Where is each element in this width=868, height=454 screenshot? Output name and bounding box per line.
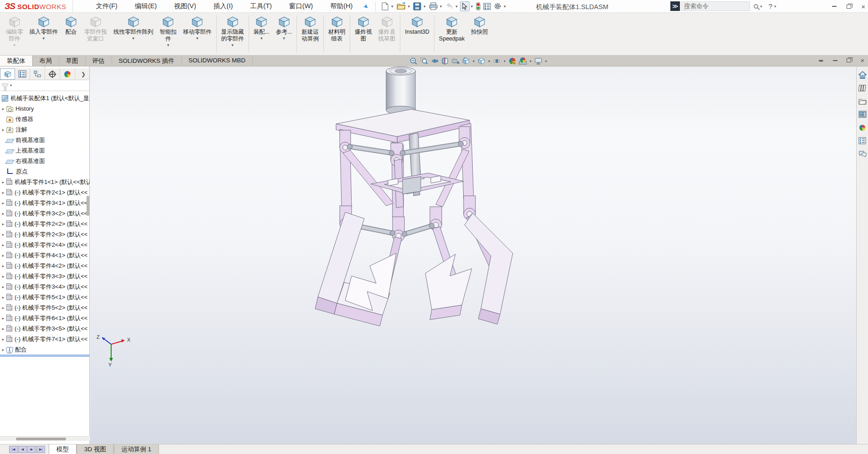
apply-scene-icon[interactable]	[518, 56, 527, 66]
rollback-bar[interactable]	[0, 355, 90, 357]
document-close-icon[interactable]: ×	[860, 56, 864, 64]
select-cursor-icon[interactable]	[460, 1, 470, 11]
ribbon-button[interactable]: Instant3D	[402, 15, 433, 41]
expand-arrow-icon[interactable]: ▸	[0, 201, 6, 205]
save-icon[interactable]	[412, 1, 422, 11]
tree-item[interactable]: ▸ (-) 机械手零件4<1> (默认<<	[0, 250, 90, 260]
tree-item[interactable]: 上视基准面	[0, 145, 90, 156]
tree-item[interactable]: ▸ (-) 机械手零件4<2> (默认<<	[0, 260, 90, 271]
home-icon[interactable]	[858, 70, 867, 79]
zoom-fit-icon[interactable]	[409, 56, 418, 66]
tree-item[interactable]: ▸ (-) 机械手零件2<3> (默认<<	[0, 229, 90, 240]
ribbon-button[interactable]: 爆炸视 图	[352, 15, 375, 47]
tree-item[interactable]: ▸ (-) 机械手零件3<1> (默认<<	[0, 198, 90, 208]
expand-arrow-icon[interactable]: ▸	[0, 180, 6, 184]
tree-item[interactable]: ▸ (-) 机械手零件5<2> (默认<<	[0, 302, 90, 313]
tree-item[interactable]: ▸ (-) 机械手零件2<2> (默认<<	[0, 219, 90, 229]
design-library-icon[interactable]	[858, 83, 867, 92]
ribbon-button[interactable]: 更新 Speedpak	[436, 15, 468, 47]
scrollbar-thumb[interactable]	[16, 438, 66, 440]
panel-horizontal-scrollbar[interactable]	[0, 436, 90, 441]
section-view-icon[interactable]	[440, 56, 449, 66]
annotation-view-icon[interactable]: A	[451, 56, 460, 66]
custom-properties-icon[interactable]	[858, 136, 867, 145]
tree-item[interactable]: ▸ (-) 机械手零件5<1> (默认<<	[0, 292, 90, 302]
document-bottom-tab[interactable]: 模型	[49, 444, 77, 454]
command-tab[interactable]: 评估	[86, 56, 112, 66]
configurationmanager-tab[interactable]	[30, 68, 45, 80]
view-palette-icon[interactable]	[858, 110, 867, 119]
panel-vertical-scrollbar[interactable]	[87, 196, 89, 216]
tree-item[interactable]: ▸ (-) 机械手零件3<4> (默认<<	[0, 281, 90, 292]
expand-arrow-icon[interactable]: ▸	[0, 306, 6, 310]
settings-gear-icon[interactable]	[493, 1, 502, 11]
command-tab[interactable]: 装配体	[0, 56, 33, 66]
dimxpert-tab[interactable]	[45, 68, 60, 80]
search-magnifier-icon[interactable]	[754, 4, 758, 9]
menu-item[interactable]: 编辑(E)	[134, 1, 158, 11]
document-bottom-tab[interactable]: 运动算例 1	[114, 444, 159, 454]
tree-item[interactable]: ▸ (-) 机械手零件3<5> (默认<<	[0, 323, 90, 334]
vcr-button[interactable]: |◀	[9, 446, 18, 453]
ribbon-button[interactable]: 新建运 动算例	[298, 15, 322, 47]
menu-item[interactable]: 插入(I)	[213, 1, 234, 11]
close-icon[interactable]: ×	[861, 3, 865, 10]
file-explorer-icon[interactable]	[858, 97, 867, 106]
tree-item[interactable]: ▸ (-) 机械手零件3<3> (默认<<	[0, 271, 90, 281]
expand-arrow-icon[interactable]: ▸	[0, 190, 6, 195]
expand-arrow-icon[interactable]: ▸	[0, 128, 6, 132]
tree-item[interactable]: ▸ History	[0, 103, 90, 114]
expand-arrow-icon[interactable]: ▸	[0, 232, 6, 237]
help-icon[interactable]: ?	[769, 2, 772, 10]
expand-arrow-icon[interactable]: ▸	[0, 274, 6, 279]
pin-icon[interactable]: ➤	[362, 2, 371, 11]
tree-item[interactable]: ▸ (-) 机械手零件6<1> (默认<<	[0, 313, 90, 323]
expand-arrow-icon[interactable]: ▸	[0, 326, 6, 331]
expand-arrow-icon[interactable]: ▸	[0, 295, 6, 300]
expand-arrow-icon[interactable]: ▸	[0, 222, 6, 226]
tree-item[interactable]: ▸ 配合	[0, 344, 90, 355]
expand-arrow-icon[interactable]: ▸	[0, 316, 6, 321]
rebuild-traffic-light-icon[interactable]	[475, 1, 481, 11]
menu-item[interactable]: 帮助(H)	[329, 1, 353, 11]
ribbon-button[interactable]: 显示隐藏 的零部件 ▾	[218, 15, 247, 47]
minimize-icon[interactable]	[832, 6, 837, 7]
forum-icon[interactable]	[858, 149, 867, 158]
tree-item[interactable]: 传感器	[0, 114, 90, 124]
expand-arrow-icon[interactable]: ▸	[0, 337, 6, 342]
expand-arrow-icon[interactable]: ▸	[0, 243, 6, 247]
expand-arrow-icon[interactable]: ▸	[0, 264, 6, 268]
expand-arrow-icon[interactable]: ▸	[0, 211, 6, 216]
hide-show-items-icon[interactable]	[492, 56, 501, 66]
ribbon-button[interactable]: 插入零部件 ▾	[26, 15, 61, 41]
tree-item[interactable]: 机械手装配体1 (默认<默认_显示	[0, 93, 90, 103]
document-minimize-icon[interactable]	[833, 60, 837, 61]
expand-arrow-icon[interactable]: ▸	[0, 347, 6, 352]
tree-item[interactable]: ▸ (-) 机械手零件3<2> (默认<<	[0, 208, 90, 219]
ribbon-button[interactable]: 零部件预 览窗口	[81, 15, 110, 47]
print-icon[interactable]	[428, 1, 439, 11]
menu-item[interactable]: 窗口(W)	[288, 1, 314, 11]
edit-appearance-icon[interactable]	[508, 56, 517, 66]
vcr-button[interactable]: ▶	[27, 446, 36, 453]
tree-item[interactable]: ▸ (-) 机械手零件7<1> (默认<<	[0, 334, 90, 344]
splitter-handle[interactable]	[43, 65, 46, 67]
previous-view-icon[interactable]	[430, 56, 439, 66]
ribbon-button[interactable]: 爆炸直 线草图	[375, 15, 399, 47]
ribbon-button[interactable]: 线性零部件阵列 ▾	[110, 15, 157, 41]
displaymanager-tab[interactable]	[60, 68, 75, 80]
tree-item[interactable]: 原点	[0, 166, 90, 177]
options-list-icon[interactable]	[482, 2, 492, 11]
ribbon-button[interactable]: 参考... ▾	[273, 15, 295, 41]
expand-arrow-icon[interactable]: ▸	[0, 107, 6, 111]
menu-item[interactable]: 视图(V)	[173, 1, 197, 11]
collapse-pane-arrows-icon[interactable]: ◂▸	[818, 58, 824, 63]
propertymanager-tab[interactable]	[15, 68, 30, 80]
tree-item[interactable]: ▸ (-) 机械手零件2<4> (默认<<	[0, 240, 90, 250]
tree-item[interactable]: 前视基准面	[0, 135, 90, 145]
menu-item[interactable]: 工具(T)	[249, 1, 273, 11]
vcr-button[interactable]: ▶|	[36, 446, 45, 453]
graphics-viewport[interactable]: Z X Y	[90, 66, 856, 444]
ribbon-button[interactable]: 材料明 细表	[325, 15, 349, 47]
command-tab[interactable]: SOLIDWORKS MBD	[182, 56, 253, 66]
